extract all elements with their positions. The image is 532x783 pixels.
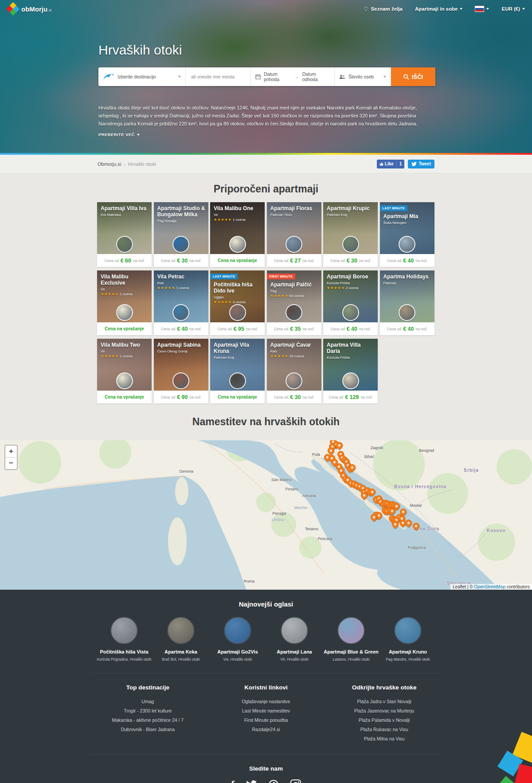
- zoom-out-button[interactable]: −: [5, 458, 17, 469]
- twitter-icon[interactable]: [246, 779, 257, 783]
- site-logo[interactable]: obMorju.si: [7, 3, 51, 15]
- apartment-card[interactable]: FIRST MINUTE Apartmaji Palčić Pag ★★★★★ …: [267, 270, 321, 335]
- listing-location: Lastovo, Hrvaški otoki: [323, 657, 379, 662]
- price-from-label: Cena od: [387, 327, 401, 331]
- map-place-label: Ancona: [302, 493, 316, 498]
- map-place-label: Mostar: [410, 503, 422, 508]
- footer-link[interactable]: Oglaševanje nastanitve: [242, 699, 290, 704]
- apartment-location: Pašman Kraj: [214, 356, 262, 360]
- breadcrumb-home-link[interactable]: Obmorju.si: [98, 161, 121, 167]
- footer-link[interactable]: Plaža Milna na Visu: [364, 736, 405, 741]
- apartment-card[interactable]: Apartmaji Villa Iva Krk Malinska Cena od…: [97, 202, 152, 267]
- footer-section: Najnovejši oglasi Počitniška hiša Vista …: [0, 590, 532, 783]
- latest-listing-item[interactable]: Apartmaji Go2Vis Vis, Hrvaški otoki: [209, 617, 266, 662]
- apartment-card[interactable]: Vila Malibu Exclusive Vir ★★★★★ 1 ocena …: [97, 270, 152, 335]
- listing-location: Pag Mandre, Hrvaški otoki: [379, 657, 436, 662]
- price-bar: Cena od € 95 na noč: [210, 322, 265, 335]
- apartment-photo: Apartmaji Floras Pašman Tkon: [267, 202, 321, 254]
- footer-link[interactable]: Makarska - aktivne počitnice 24 / 7: [112, 717, 184, 723]
- footer-link[interactable]: Plaža Jasenovac na Murterju: [354, 708, 414, 713]
- price-bar: Cena od € 30 na noč: [267, 391, 321, 403]
- breadcrumb-current: Hrvaški otoki: [128, 161, 156, 167]
- rating: ★★★★★ 63 ocena: [270, 294, 319, 298]
- language-selector[interactable]: [475, 6, 489, 12]
- apartment-card[interactable]: Apartmaji Krupic Pašman Kraj Cena od € 3…: [323, 202, 378, 267]
- search-button[interactable]: IŠČI: [391, 67, 435, 86]
- price-bar: Cena od € 90 na noč: [154, 391, 208, 403]
- latest-listing-item[interactable]: Apartmaji Blue & Green Lastovo, Hrvaški …: [323, 617, 379, 662]
- guests-select[interactable]: Število oseb: [335, 67, 391, 86]
- map[interactable]: GenovaZagrebBeogradSrbijaPulaBihaćBosna …: [0, 440, 532, 590]
- review-count: 1 ocena: [232, 218, 246, 222]
- zoom-in-button[interactable]: +: [5, 446, 17, 458]
- chevron-down-icon: [486, 8, 489, 10]
- city-input[interactable]: [190, 74, 246, 80]
- apartment-card[interactable]: LAST MINUTE Apartmaji Mia Šolta Nečujam …: [380, 202, 434, 267]
- apartments-menu[interactable]: Apartmaji in sobe: [415, 6, 463, 12]
- apartment-title: Apartmaji Floras: [270, 206, 319, 212]
- destination-select[interactable]: Izberite destinacijo: [98, 67, 186, 86]
- apartment-card[interactable]: Apartmaji Ćavar Rab ★★★★★ 18 ocena Cena …: [267, 339, 321, 403]
- footer-link[interactable]: Plaža Rukavac na Visu: [360, 727, 408, 732]
- price-bar: Cena od € 27 na noč: [267, 254, 321, 267]
- facebook-like-button[interactable]: Like 1: [377, 160, 405, 168]
- price-from-label: Cena od: [161, 327, 175, 331]
- instagram-icon[interactable]: [290, 779, 301, 783]
- latest-listing-item[interactable]: Počitniška hiša Vista Korčula Prigradica…: [96, 617, 153, 662]
- footer-link[interactable]: Plaža Jadra v Stari Novalji: [357, 699, 411, 704]
- footer-link[interactable]: Dubrovnik - Biser Jadrana: [121, 727, 175, 732]
- footer-link[interactable]: Trogir - 2300 let kulture: [124, 708, 172, 713]
- latest-listing-item[interactable]: Apartma Keka Brač Bol, Hrvaški otoki: [153, 617, 209, 662]
- listing-name: Apartmaji Lana: [266, 649, 323, 655]
- map-place-label: Umbria: [271, 517, 284, 522]
- apartment-card[interactable]: Vila Malibu One Vir ★★★★★ 1 ocena Cena n…: [210, 202, 265, 267]
- host-avatar: [399, 304, 415, 321]
- price-from-label: Cena od: [274, 327, 288, 331]
- apartment-location: Vir: [214, 213, 262, 217]
- latest-listing-item[interactable]: Apartmaji Lana Vir, Hrvaški otoki: [266, 617, 323, 662]
- apartment-card[interactable]: Vila Petrac Rab ★★★★★ 1 ocena Cena od € …: [154, 270, 208, 335]
- latest-listing-item[interactable]: Apartmaji Kruno Pag Mandre, Hrvaški otok…: [379, 617, 436, 662]
- map-heading: Namestitev na hrvaških otokih: [0, 416, 532, 428]
- per-night-label: na noč: [302, 395, 314, 399]
- price-value: € 35: [290, 326, 301, 332]
- currency-selector[interactable]: EUR (€): [501, 6, 525, 12]
- listing-photo: [110, 617, 138, 644]
- checkin-label[interactable]: Datum prihoda: [264, 71, 291, 82]
- apartment-card[interactable]: Apartmaji Studio & Bungalow Milka Pag No…: [154, 202, 208, 267]
- openstreetmap-link[interactable]: OpenStreetMap: [474, 584, 505, 589]
- apartment-card[interactable]: Apartmaji Boroe Korčula Prižba ★★★★★ 2 o…: [323, 270, 378, 335]
- listing-photo: [167, 617, 195, 644]
- apartment-photo: Vila Malibu Exclusive Vir ★★★★★ 1 ocena: [97, 270, 152, 322]
- read-more-link[interactable]: PREBERITE VEČ: [98, 132, 435, 137]
- rating: ★★★★★ 1 ocena: [214, 218, 262, 222]
- date-range-picker[interactable]: Datum prihoda → Datum odhoda: [251, 67, 335, 86]
- apartment-card[interactable]: Apartma Villa Daria Korčula Prižba Cena …: [323, 339, 378, 403]
- pinterest-icon[interactable]: [268, 779, 279, 783]
- flag-icon: [475, 6, 484, 12]
- apartment-title: Apartmaji Mia: [383, 214, 432, 220]
- footer-link[interactable]: Plaža Palamida v Novalji: [359, 717, 410, 723]
- apartment-title: Apartmaji Vila Kruna: [214, 342, 262, 355]
- apartment-card[interactable]: Vila Malibu Two Vir ★★★★★ 1 ocena Cena n…: [97, 339, 152, 403]
- apartment-card[interactable]: LAST MINUTE Počitniška hiša Dido Ive Ugl…: [210, 270, 265, 335]
- footer-link[interactable]: Last Minute namestitev: [242, 708, 290, 713]
- apartment-card[interactable]: Apartmaji Vila Kruna Pašman Kraj Cena na…: [210, 339, 265, 403]
- apartment-card[interactable]: Apartmaji Sabina Čiovo Okrug Gornji Cena…: [154, 339, 208, 403]
- apartment-photo: Vila Petrac Rab ★★★★★ 1 ocena: [154, 270, 208, 322]
- checkout-label[interactable]: Datum odhoda: [302, 71, 330, 82]
- apartment-card[interactable]: Apartma Holidays Pašman Cena od € 40 na …: [380, 270, 434, 335]
- footer-link[interactable]: Umag: [141, 699, 154, 704]
- per-night-label: na noč: [189, 395, 201, 399]
- footer-link[interactable]: First Minute ponudba: [244, 717, 288, 723]
- facebook-icon[interactable]: f: [231, 779, 235, 783]
- social-links: f: [0, 779, 532, 783]
- apartment-card[interactable]: Apartmaji Floras Pašman Tkon Cena od € 2…: [267, 202, 321, 267]
- wishlist-link[interactable]: ♡Seznam želja: [364, 6, 403, 12]
- footer-link[interactable]: Razdalje24.si: [252, 727, 280, 732]
- tweet-button[interactable]: Tweet: [408, 160, 434, 168]
- apartment-photo: FIRST MINUTE Apartmaji Palčić Pag ★★★★★ …: [267, 270, 321, 322]
- people-icon: [339, 74, 345, 79]
- apartment-photo: Apartma Holidays Pašman: [380, 270, 434, 322]
- chevron-down-icon: [178, 76, 181, 78]
